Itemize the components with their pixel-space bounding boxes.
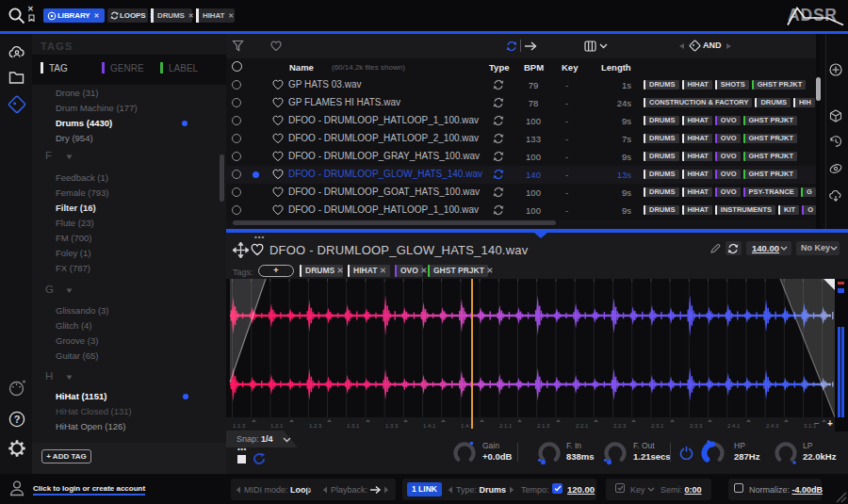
svg-text:?: ? (14, 414, 21, 425)
